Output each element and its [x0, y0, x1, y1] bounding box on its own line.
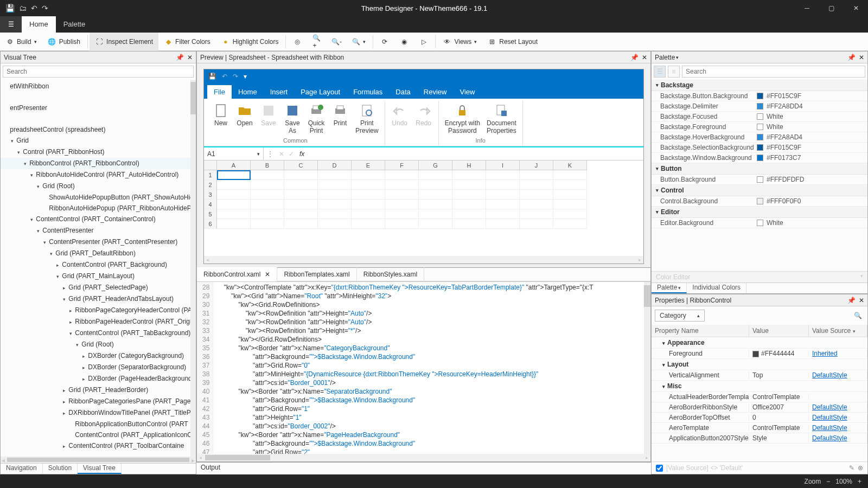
encrypt-button[interactable]: Encrypt with Password	[442, 101, 483, 136]
save-button[interactable]: Save	[257, 101, 280, 136]
tree-item[interactable]: ▾ RibbonAutoHideControl (PART_AutoHideCo…	[1, 169, 190, 181]
target-button[interactable]: ◎	[288, 33, 307, 51]
tab-home[interactable]: Home	[22, 16, 56, 33]
palette-group[interactable]: ▾Button	[652, 163, 867, 175]
play-button[interactable]: ▷	[414, 33, 433, 51]
hamburger-button[interactable]: ☰	[0, 16, 22, 33]
save-icon[interactable]: 💾	[5, 4, 15, 12]
code-tab-2[interactable]: RibbonStyles.xaml	[357, 267, 424, 281]
property-group[interactable]: ▾Appearance	[652, 337, 867, 349]
close-icon[interactable]: ✕	[859, 297, 864, 304]
color-editor-header[interactable]: Color Editor▾	[652, 271, 867, 282]
tab-visualtree[interactable]: Visual Tree	[78, 464, 122, 474]
tab-navigation[interactable]: Navigation	[1, 464, 43, 474]
tree-item[interactable]	[1, 113, 190, 124]
tree-item[interactable]: ▾ ContentPresenter (PART_ContentPresente…	[1, 236, 190, 248]
vscrollbar[interactable]	[190, 80, 196, 457]
maximize-button[interactable]: ▢	[819, 0, 844, 16]
tree-item[interactable]: ▾ Grid (Root)	[1, 181, 190, 192]
zoom-in-button[interactable]: +	[858, 478, 861, 485]
ribbon-tab[interactable]: Data	[389, 85, 417, 99]
tree-item[interactable]: ▾ Grid (PART_HeaderAndTabsLayout)	[1, 293, 190, 305]
printpreview-button[interactable]: Print Preview	[353, 101, 381, 136]
refresh-button[interactable]: ⟳	[375, 33, 394, 51]
palette-row[interactable]: Backstage.HoverBackground#FF2A8AD4	[652, 132, 867, 143]
chevron-down-icon[interactable]: ▾	[244, 73, 247, 80]
zoom-out-button[interactable]: −	[826, 478, 830, 485]
close-icon[interactable]: ✕	[859, 54, 864, 61]
tree-item[interactable]: ▸ RibbonPageHeaderControl (PART_Origi	[1, 316, 190, 328]
tree-item[interactable]: ▾ ContentControl (PART_ContainerControl)	[1, 214, 190, 225]
code-hscrollbar[interactable]: ◂▸	[197, 454, 650, 461]
tree-item[interactable]: ▾ Grid (PART_MainLayout)	[1, 271, 190, 282]
hscrollbar[interactable]: ◂▸	[204, 256, 643, 264]
filter-icon[interactable]: ▾	[853, 329, 856, 334]
property-row[interactable]: Foreground#FF444444Inherited	[652, 349, 867, 359]
edit-filter-icon[interactable]: ✎	[849, 464, 854, 472]
fx-icon[interactable]: fx	[296, 150, 308, 158]
build-button[interactable]: ⚙Build▾	[0, 33, 42, 51]
property-row[interactable]: AeroBorderRibbonStyleOffice2007DefaultSt…	[652, 402, 867, 413]
palette-row[interactable]: Backstage.Window.Background#FF0173C7	[652, 153, 867, 163]
palette-row[interactable]: Backstage.SelectionBackground#FF015C9F	[652, 143, 867, 153]
clear-filter-icon[interactable]: ⊗	[858, 464, 863, 472]
pin-icon[interactable]: 📌	[176, 54, 184, 61]
tree-item[interactable]: ShowAutoHidePopupButton (PART_ShowAutoHi…	[1, 192, 190, 203]
tree-item[interactable]: RibbonAutoHidePopup (PART_RibbonAutoHide…	[1, 203, 190, 214]
close-icon[interactable]: ✕	[187, 54, 193, 61]
tree-item[interactable]: ▸ DXBorder (SeparatorBackground)	[1, 362, 190, 373]
tree-item[interactable]: ▸ RibbonPageCategoryHeaderControl (PA	[1, 305, 190, 316]
palette-row[interactable]: Backstage.Button.Background#FF015C9F	[652, 91, 867, 101]
docprops-button[interactable]: Document Properties	[484, 101, 519, 136]
tree-item[interactable]: ▾ Grid (Root)	[1, 339, 190, 350]
tree-item[interactable]: ▸ Grid (PART_SelectedPage)	[1, 282, 190, 293]
views-button[interactable]: 👁Views▾	[437, 33, 482, 51]
tree-item[interactable]: ▸ DXRibbonWindowTitlePanel (PART_TitleP	[1, 407, 190, 419]
tree-item[interactable]: ▸ Grid (PART_HeaderBorder)	[1, 384, 190, 396]
palette-list[interactable]: ▾BackstageBackstage.Button.Background#FF…	[652, 80, 867, 271]
tab-individual-colors[interactable]: Individual Colors	[687, 283, 746, 293]
list-mode-button[interactable]: ☰	[654, 66, 666, 78]
filter-checkbox[interactable]	[656, 465, 663, 472]
tree-item[interactable]: ▸ ContentControl (PART_ToolbarContaine	[1, 440, 190, 452]
undo-button[interactable]: Undo	[388, 101, 411, 128]
tree-item[interactable]: ▾ Grid	[1, 135, 190, 146]
tab-solution[interactable]: Solution	[43, 464, 78, 474]
print-button[interactable]: Print	[329, 101, 352, 136]
tree-mode-button[interactable]: ≡	[668, 66, 680, 78]
tree-item[interactable]: ▸ DXBorder (CategoryBackground)	[1, 350, 190, 362]
code-tab-1[interactable]: RibbonTemplates.xaml	[277, 267, 356, 281]
redo-icon[interactable]: ↷	[233, 73, 238, 80]
visual-tree[interactable]: etWithRibbon entPresenter preadsheetCont…	[1, 80, 190, 457]
close-icon[interactable]: ✕	[265, 271, 270, 278]
ribbon-tab[interactable]: Review	[417, 85, 454, 99]
code-editor[interactable]: 2829303132333435363738394041424344454647…	[197, 281, 650, 454]
palette-group[interactable]: ▾Backstage	[652, 80, 867, 91]
redo-icon[interactable]: ↷	[42, 4, 48, 12]
undo-icon[interactable]: ↶	[31, 4, 37, 12]
undo-icon[interactable]: ↶	[222, 73, 227, 80]
zoom-dropdown[interactable]: 🔍▾	[346, 33, 371, 51]
confirm-icon[interactable]: ✓	[286, 150, 296, 158]
tree-item[interactable]: ▸ ContentControl (PART_Background)	[1, 259, 190, 271]
tree-item[interactable]: ▸ DXBorder (PageHeaderBackground)	[1, 373, 190, 384]
property-row[interactable]: AeroTemplateControlTemplateDefaultStyle	[652, 423, 867, 433]
close-icon[interactable]: ✕	[642, 54, 647, 61]
property-row[interactable]: VerticalAlignmentTopDefaultStyle	[652, 370, 867, 381]
category-dropdown[interactable]: Category▴	[655, 310, 705, 322]
property-row[interactable]: AeroBorderTopOffset0DefaultStyle	[652, 413, 867, 423]
minimize-button[interactable]: ─	[795, 0, 819, 16]
search-icon[interactable]: 🔍	[848, 312, 867, 319]
filter-colors-button[interactable]: ◆Filter Colors	[158, 33, 216, 51]
close-button[interactable]: ✕	[844, 0, 868, 16]
filter-icon[interactable]: ▾	[676, 55, 679, 60]
tree-item[interactable]: ▾ ContentControl (PART_TabBackground)	[1, 328, 190, 339]
palette-row[interactable]: Backstage.Delimiter#FF2A8DD4	[652, 101, 867, 112]
ribbon-tab[interactable]: Insert	[264, 85, 295, 99]
inspect-button[interactable]: ⛶Inspect Element	[90, 33, 158, 51]
visual-tree-search[interactable]	[3, 66, 194, 78]
ribbon-tab[interactable]: Page Layout	[294, 85, 347, 99]
pin-icon[interactable]: 📌	[847, 297, 856, 304]
publish-button[interactable]: 🌐Publish	[42, 33, 86, 51]
redo-button[interactable]: Redo	[412, 101, 435, 128]
